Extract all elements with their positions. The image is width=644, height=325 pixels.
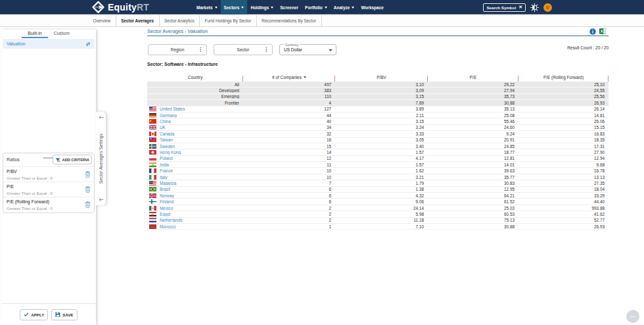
menu-item-screener[interactable]: Screener	[277, 0, 302, 14]
sidebar-tab-custom[interactable]: Custom	[48, 30, 76, 38]
country-link[interactable]: Hong Kong	[160, 150, 181, 155]
menu-item-holdings[interactable]: Holdings	[247, 0, 277, 14]
country-link[interactable]: Sweden	[160, 144, 175, 149]
country-link[interactable]: Italy	[160, 175, 168, 180]
country-link[interactable]: Egypt	[160, 212, 170, 216]
column-header-0[interactable]: Country	[147, 75, 243, 80]
flag-icon-br	[149, 187, 156, 191]
country-link[interactable]: Malaysia	[160, 181, 176, 186]
country-link[interactable]: Norway	[160, 193, 174, 198]
tab-sector-averages[interactable]: Sector Averages	[116, 15, 160, 26]
column-header-4[interactable]: P/E (Rolling Forward)	[518, 75, 609, 80]
trash-icon[interactable]	[85, 171, 91, 178]
menu-item-analyze[interactable]: Analyze	[331, 0, 358, 14]
sidebar-tab-built-in[interactable]: Built-in	[22, 30, 47, 38]
page-tabs: OverviewSector AveragesSector AnalyticsF…	[0, 15, 644, 27]
table-cell: 30.83	[428, 181, 518, 186]
table-cell: China	[147, 119, 243, 124]
country-link[interactable]: Canada	[160, 132, 174, 136]
collapse-arrow-icon[interactable]	[99, 115, 104, 120]
table-row-it: Italy103.2135.7713.13	[147, 174, 609, 180]
collapse-arrow-icon[interactable]	[99, 197, 104, 202]
trash-icon[interactable]	[85, 201, 91, 208]
table-row-se: Sweden153.4024.8517.31	[147, 143, 609, 149]
country-link[interactable]: Brazil	[160, 187, 170, 191]
more-actions-fab[interactable]: •••	[626, 310, 639, 323]
add-criteria-button[interactable]: ADD CRITERIA	[53, 155, 92, 164]
table-row-us: United States1273.8935.1326.14	[147, 107, 609, 113]
table-row-my: Malaysia71.7930.8327.35	[147, 180, 609, 186]
save-button[interactable]: SAVE	[51, 309, 77, 320]
user-avatar[interactable]: V	[543, 3, 552, 12]
flag-icon-my	[149, 181, 156, 186]
tab-overview[interactable]: Overview	[88, 15, 116, 26]
table-cell: 41.62	[518, 212, 609, 216]
top-navigation-bar: EquityRT MarketsSectorsHoldingsScreenerP…	[0, 0, 644, 14]
country-link[interactable]: Germany	[160, 113, 177, 118]
table-cell: 18.77	[428, 150, 518, 155]
table-row-hk: Hong Kong141.5718.7727.90	[147, 149, 609, 155]
table-cell: 5.98	[335, 212, 428, 216]
menu-item-markets[interactable]: Markets	[193, 0, 221, 14]
table-cell: 4.17	[335, 156, 428, 161]
criteria-label: P/E	[7, 184, 91, 189]
table-cell: 7.10	[335, 224, 428, 229]
summary-row-all: All4973,1029,2225,10	[147, 82, 609, 88]
tab-recommendations-by-sector[interactable]: Recommendations By Sector	[257, 15, 322, 26]
table-cell: 26.93	[518, 224, 609, 229]
info-icon[interactable]	[589, 28, 596, 35]
summary-label: Frontier	[225, 101, 239, 105]
excel-export-icon[interactable]	[599, 28, 607, 35]
table-cell: UK	[147, 125, 243, 130]
sector-averages-settings-handle[interactable]: Sector Averages Settings	[96, 112, 106, 205]
column-header-3[interactable]: P/E	[428, 75, 518, 80]
table-cell: 3.21	[335, 175, 428, 180]
table-cell: 24.85	[428, 144, 518, 149]
table-cell: 33.29	[518, 193, 609, 198]
country-link[interactable]: India	[160, 162, 169, 167]
sector-label: Sector	[237, 47, 250, 52]
table-cell: 3.33	[335, 132, 428, 136]
region-dropdown[interactable]: Region ⋮	[148, 44, 207, 55]
brightness-icon[interactable]	[530, 3, 539, 12]
country-link[interactable]: Poland	[160, 156, 173, 161]
column-header-2[interactable]: P/BV	[335, 75, 428, 80]
search-symbol-button[interactable]: Search Symbol ✕	[483, 3, 526, 12]
table-row-ma: Morocco17.1030.8826.93	[147, 224, 609, 230]
menu-item-portfolio[interactable]: Portfolio	[302, 0, 331, 14]
close-icon[interactable]: ✕	[518, 5, 522, 10]
country-link[interactable]: France	[160, 168, 173, 173]
column-resize-handle[interactable]	[608, 76, 609, 82]
trash-icon[interactable]	[85, 186, 91, 193]
sidebar-item-valuation[interactable]: Valuation	[3, 39, 95, 49]
table-cell: 75.13	[428, 218, 518, 222]
country-link[interactable]: Taiwan	[160, 138, 173, 142]
table-cell: Poland	[147, 156, 243, 161]
sync-icon[interactable]	[85, 41, 91, 47]
country-link[interactable]: Mexico	[160, 206, 173, 211]
currency-select[interactable]: Currency US Dollar	[279, 44, 336, 55]
chevron-down-icon	[325, 7, 327, 9]
table-cell: 64.21	[428, 193, 518, 198]
column-header-1[interactable]: # of Companies	[243, 75, 335, 80]
menu-item-sectors[interactable]: Sectors	[221, 0, 248, 14]
flag-icon-fi	[149, 199, 156, 204]
table-cell: 44	[243, 113, 335, 118]
sector-dropdown[interactable]: Sector ⋮	[214, 44, 273, 55]
country-link[interactable]: UK	[160, 125, 166, 130]
menu-item-workspace[interactable]: Workspace	[357, 0, 387, 14]
tab-fund-holdings-by-sector[interactable]: Fund Holdings By Sector	[200, 15, 257, 26]
table-cell: 3,15	[335, 94, 428, 99]
tab-sector-analytics[interactable]: Sector Analytics	[160, 15, 200, 26]
country-link[interactable]: Netherlands	[160, 218, 182, 222]
table-cell: 1	[243, 224, 335, 229]
country-link[interactable]: China	[160, 119, 171, 124]
country-link[interactable]: United States	[160, 107, 185, 111]
table-cell: 9.06	[335, 199, 428, 204]
country-link[interactable]: Finland	[160, 199, 173, 204]
table-cell: 26.06	[518, 119, 609, 124]
country-link[interactable]: Morocco	[160, 224, 176, 229]
apply-button[interactable]: APPLY	[20, 309, 48, 320]
equityrt-logo[interactable]: EquityRT	[91, 0, 149, 14]
criteria-row: P/E (Rolling Forward)Greater Than or Equ…	[3, 197, 94, 212]
